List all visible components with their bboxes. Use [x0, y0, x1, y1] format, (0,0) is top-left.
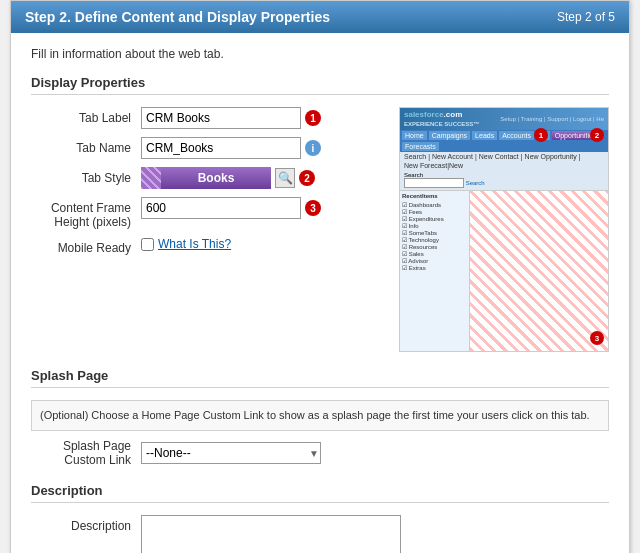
- tab-name-control: i: [141, 137, 383, 159]
- splash-custom-link-select[interactable]: --None--: [141, 442, 321, 464]
- tab-style-box[interactable]: Books: [141, 167, 271, 189]
- tab-style-box-label: Books: [178, 171, 235, 185]
- wizard-body: Fill in information about the web tab. D…: [11, 33, 629, 553]
- preview-toolbar-new-opp: New Opportunity: [525, 153, 577, 160]
- preview-nav-campaigns: Campaigns: [429, 131, 470, 140]
- wizard-subtitle: Fill in information about the web tab.: [31, 47, 609, 61]
- mobile-ready-link[interactable]: What Is This?: [158, 237, 231, 251]
- content-frame-height-label: Content Frame Height (pixels): [31, 197, 141, 229]
- content-frame-height-badge: 3: [305, 200, 321, 216]
- preview-toolbar-search: Search: [404, 153, 426, 160]
- tab-name-info-icon[interactable]: i: [305, 140, 321, 156]
- mobile-ready-checkbox[interactable]: [141, 238, 154, 251]
- preview-toolbar-separator1: |: [428, 153, 430, 160]
- preview-sidebar-item-6: ☑ Technology: [402, 236, 467, 243]
- preview-toolbar-new-contact: New Contact: [479, 153, 519, 160]
- preview-nav: Home Campaigns Leads Accounts .... Oppor…: [400, 130, 608, 152]
- preview-nav-home: Home: [402, 131, 427, 140]
- preview-sidebar-item-5: ☑ SomeTabs: [402, 229, 467, 236]
- preview-sidebar-item-2: ☑ Fees: [402, 208, 467, 215]
- mobile-ready-checkbox-label: [141, 238, 154, 251]
- display-properties-section: Tab Label 1 Tab Name i Tab Sty: [31, 107, 609, 352]
- preview-toolbar-new-account: New Account: [432, 153, 473, 160]
- preview-links: Setup | Training | Support | Logout | He: [500, 116, 604, 122]
- preview-sidebar-item-9: ☑ Advisor: [402, 257, 467, 264]
- preview-logo: salesforce.com EXPERIENCE SUCCESS™: [404, 110, 479, 128]
- tab-style-row: Tab Style Books 🔍 2: [31, 167, 383, 189]
- preview-toolbar-separator2: |: [475, 153, 477, 160]
- splash-page-title: Splash Page: [31, 368, 609, 388]
- wizard-container: Step 2. Define Content and Display Prope…: [10, 0, 630, 553]
- mobile-ready-label: Mobile Ready: [31, 237, 141, 255]
- preview-sidebar-item-10: ☑ Extras: [402, 264, 467, 271]
- splash-custom-link-select-wrapper: --None-- ▼: [141, 442, 321, 464]
- splash-custom-link-label: Splash Page Custom Link: [31, 439, 141, 467]
- description-textarea[interactable]: [141, 515, 401, 554]
- description-section: Description Description: [31, 483, 609, 554]
- preview-toolbar-separator4: |: [579, 153, 581, 160]
- preview-nav-forecasts: Forecasts: [402, 142, 439, 151]
- preview-sidebar: RecentItems ☑ Dashboards ☑ Fees ☑ Expend…: [400, 191, 470, 351]
- preview-sidebar-item-1: ☑ Dashboards: [402, 201, 467, 208]
- tab-name-row: Tab Name i: [31, 137, 383, 159]
- preview-sidebar-item-4: ☑ Info: [402, 222, 467, 229]
- description-title: Description: [31, 483, 609, 503]
- tab-label-badge: 1: [305, 110, 321, 126]
- mobile-ready-control: What Is This?: [141, 237, 383, 251]
- preview-toolbar: Search | New Account | New Contact | New…: [400, 152, 608, 170]
- tab-style-search-button[interactable]: 🔍: [275, 168, 295, 188]
- preview-toolbar-new-forecast: New Forecast|New: [404, 162, 463, 169]
- preview-badge-2: 2: [590, 128, 604, 142]
- tab-label-control: 1: [141, 107, 383, 129]
- tab-style-label: Tab Style: [31, 167, 141, 185]
- preview-panel: salesforce.com EXPERIENCE SUCCESS™ Setup…: [399, 107, 609, 352]
- preview-nav-leads: Leads: [472, 131, 497, 140]
- preview-main: [470, 191, 608, 351]
- preview-toolbar-separator3: |: [521, 153, 523, 160]
- splash-page-section: Splash Page (Optional) Choose a Home Pag…: [31, 368, 609, 467]
- splash-custom-link-row: Splash Page Custom Link --None-- ▼: [31, 439, 609, 467]
- content-frame-height-control: 3: [141, 197, 383, 219]
- preview-nav-accounts: Accounts: [499, 131, 534, 140]
- preview-search-input: [404, 178, 464, 188]
- tab-label-label: Tab Label: [31, 107, 141, 125]
- tab-style-badge: 2: [299, 170, 315, 186]
- description-label: Description: [31, 515, 141, 533]
- tab-style-control: Books 🔍 2: [141, 167, 383, 189]
- tab-name-input[interactable]: [141, 137, 301, 159]
- preview-sidebar-item-7: ☑ Resources: [402, 243, 467, 250]
- display-properties-title: Display Properties: [31, 75, 609, 95]
- wizard-title: Step 2. Define Content and Display Prope…: [25, 9, 330, 25]
- wizard-header: Step 2. Define Content and Display Prope…: [11, 1, 629, 33]
- mobile-ready-row: Mobile Ready What Is This?: [31, 237, 383, 255]
- preview-sidebar-item-8: ☑ Sales: [402, 250, 467, 257]
- preview-sidebar-item-3: ☑ Expenditures: [402, 215, 467, 222]
- wizard-step: Step 2 of 5: [557, 10, 615, 24]
- splash-page-description: (Optional) Choose a Home Page Custom Lin…: [31, 400, 609, 431]
- tab-label-row: Tab Label 1: [31, 107, 383, 129]
- preview-sidebar-recent: RecentItems: [402, 193, 467, 199]
- preview-header: salesforce.com EXPERIENCE SUCCESS™ Setup…: [400, 108, 608, 130]
- content-frame-height-row: Content Frame Height (pixels) 3: [31, 197, 383, 229]
- form-fields: Tab Label 1 Tab Name i Tab Sty: [31, 107, 383, 352]
- description-row: Description: [31, 515, 609, 554]
- tab-style-pattern: [141, 167, 161, 189]
- preview-content: RecentItems ☑ Dashboards ☑ Fees ☑ Expend…: [400, 191, 608, 351]
- preview-badge-3: 3: [590, 331, 604, 345]
- content-frame-height-input[interactable]: [141, 197, 301, 219]
- tab-name-label: Tab Name: [31, 137, 141, 155]
- preview-badge-1: 1: [534, 128, 548, 142]
- preview-search-bar: Search Search: [400, 170, 608, 191]
- tab-label-input[interactable]: [141, 107, 301, 129]
